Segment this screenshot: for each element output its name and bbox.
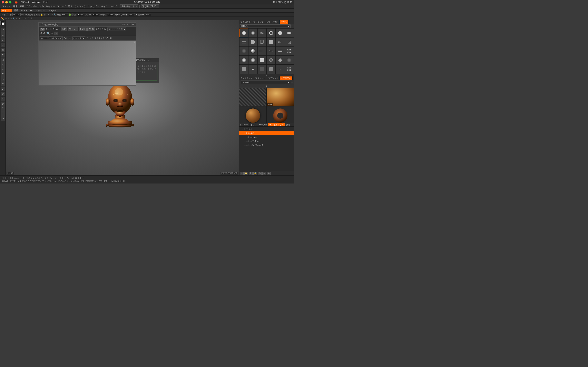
layer-eyes[interactable]: ─ ●◎ S Eyes (239, 135, 294, 139)
tab-object[interactable]: オブジ (250, 123, 258, 126)
menu-edit[interactable]: Edit (43, 1, 48, 4)
tab-material[interactable]: マテリアル (280, 76, 293, 80)
layer-volume7[interactable]: ─ ●◎ S [4x]Volume7 (239, 143, 294, 147)
mode-adjust[interactable]: 調整 (12, 9, 19, 12)
brush-cell-13[interactable] (240, 47, 248, 55)
opacity-value[interactable] (62, 13, 68, 16)
menu-help[interactable]: ヘルプ (109, 5, 117, 8)
menu-symmetry[interactable]: 対称 (39, 5, 45, 8)
cross-icon[interactable]: ⊹ (51, 32, 53, 35)
tab-stencil[interactable]: ステンシル (267, 76, 280, 80)
brush-cell-28[interactable] (267, 65, 276, 73)
brush-cell-20[interactable] (249, 56, 257, 64)
layer-ears[interactable]: ─ ●◎ S [2x]Ears (239, 139, 294, 143)
tool-rect[interactable]: ▭ (1, 77, 5, 82)
layer-merge-btn[interactable]: ⊞ (258, 172, 261, 175)
tab-layer[interactable]: レイヤー (239, 123, 250, 126)
background-color[interactable] (2, 22, 4, 25)
selection-dropdown[interactable]: 繋がりで選択 ▾ (141, 4, 159, 8)
brush-cell-6[interactable] (285, 29, 294, 37)
tool-fill[interactable]: ▼ (1, 53, 5, 57)
layer-eye-btn[interactable]: 👁 (249, 172, 252, 175)
brush-cell-23[interactable] (276, 56, 285, 64)
brush-cell-5[interactable] (276, 29, 285, 37)
brush-cell-21[interactable] (258, 56, 267, 64)
tool-smear[interactable]: ≈ (1, 43, 5, 47)
paint-mode-dropdown[interactable]: 通常ペイント ▾ (120, 4, 138, 8)
brush-cell-7[interactable] (240, 38, 248, 46)
menu-bake[interactable]: ベイク (100, 5, 109, 8)
tool-pen2[interactable]: 🖊 (1, 101, 5, 106)
move-icon[interactable]: ⊕ (43, 32, 45, 35)
tab-color-select[interactable]: カラーの選択 (265, 20, 280, 24)
brush-cell-22[interactable] (267, 56, 276, 64)
layer-add-btn[interactable]: + (240, 172, 243, 175)
material-cell-2[interactable]: brass (267, 88, 294, 106)
brush-cell-17[interactable] (276, 47, 285, 55)
mode-paint[interactable]: ペイント (1, 9, 12, 12)
brush-cell-9[interactable] (258, 38, 267, 46)
brush-cell-25[interactable] (240, 65, 248, 73)
brush-cell-27[interactable] (258, 65, 267, 73)
menu-layer[interactable]: レイヤー (45, 5, 56, 8)
mode-retopo[interactable]: リトポ (20, 9, 29, 12)
close-x-btn[interactable]: ✕ (54, 32, 58, 35)
eye-icon-0[interactable]: ─ ●◎ (240, 128, 245, 130)
material-cell-4[interactable] (267, 106, 294, 123)
material-cell-1[interactable] (239, 88, 267, 106)
cube-mapping-select[interactable]: キューブマッピング (40, 36, 63, 40)
menu-file[interactable]: ファイル (1, 5, 12, 8)
menu-window[interactable]: ウィンドウ (74, 5, 86, 8)
material-add-btn[interactable]: + (291, 81, 293, 84)
stencil-mode-select[interactable]: ボリュームを保 (107, 27, 126, 31)
tool-erase[interactable]: ◻ (1, 58, 5, 62)
tool-text[interactable]: T (1, 72, 5, 77)
tool-line[interactable]: ╱ (1, 38, 5, 42)
viewport-3d[interactable]: プレビューの設定 正面 CLOSE CC タイル Show 固定 リセット X反… (6, 20, 239, 175)
brush-cell-12[interactable] (285, 38, 294, 46)
tool-stamp[interactable]: ⌖ (1, 67, 5, 72)
tool-pen[interactable]: ✏ (1, 33, 5, 38)
stencil-xflip-btn[interactable]: X反転 (79, 27, 86, 31)
brush-icon-pen[interactable]: ✏️ (1, 17, 4, 20)
tab-voxel-tree[interactable]: ボクセルツリー (268, 123, 285, 126)
roughness-value[interactable] (129, 13, 135, 16)
brush-cell-26[interactable]: ★ (249, 65, 257, 73)
brush-cell-29[interactable]: → (276, 65, 285, 73)
brush-cell-1[interactable] (240, 29, 248, 37)
tab-preset[interactable]: プリセット (254, 76, 267, 80)
stencil-viewport-area[interactable]: ▼ (39, 41, 136, 85)
menu-texture[interactable]: テクスチャ (25, 5, 38, 8)
zoom-icon[interactable]: 🔍 (46, 32, 50, 35)
tab-surface[interactable]: サーフェ (258, 123, 268, 126)
paint-select[interactable]: ペイント (72, 36, 85, 40)
material-scroll-up[interactable]: ▲ (239, 84, 294, 88)
brush-preset-add[interactable]: + (291, 24, 293, 28)
metal-value[interactable] (145, 13, 151, 16)
tool-motion-reverse[interactable]: □ ツール動作を反転 (21, 13, 40, 16)
tab-brush-settings[interactable]: ブラシ設定 (239, 20, 252, 24)
menu-hide[interactable]: 隠す (67, 5, 73, 8)
tool-paint[interactable]: ⬡ (1, 82, 5, 86)
close-button[interactable]: CLOSE (127, 24, 135, 26)
brush-cell-3[interactable] (258, 29, 267, 37)
brush-cell-24[interactable] (285, 56, 294, 64)
opacity2-value[interactable] (107, 13, 114, 16)
material-cell-3[interactable] (239, 106, 267, 123)
eye-icon-3[interactable]: ─ ●◎ (244, 140, 250, 142)
brush-cell-8[interactable] (249, 38, 257, 46)
tool-clone[interactable]: ⊕ (1, 48, 5, 52)
tool-eye[interactable]: 👁 (1, 92, 5, 96)
smooth-value[interactable] (92, 13, 99, 16)
tool-star[interactable]: ✦ (1, 97, 5, 101)
brush-cell-10[interactable] (267, 38, 276, 46)
tool-brush[interactable]: 🖌 (1, 87, 5, 91)
tool-dropper[interactable]: 🖊 (1, 28, 5, 33)
tab-texturee[interactable]: テクスチャエ (239, 76, 254, 80)
fullscreen-button[interactable] (9, 1, 11, 3)
stencil-tile-tab[interactable]: タイル (45, 28, 52, 31)
brush-cell-11[interactable] (276, 38, 285, 46)
minimize-button[interactable] (5, 1, 8, 3)
menu-view[interactable]: 表示 (19, 5, 25, 8)
mode-voxel[interactable]: ボクセル (35, 9, 46, 12)
